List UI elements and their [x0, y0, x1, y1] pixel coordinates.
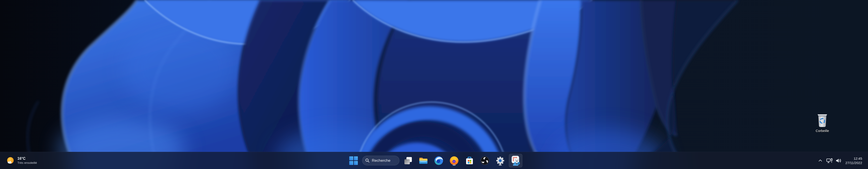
recycle-bin-label: Corbeille: [815, 129, 829, 133]
task-view-button[interactable]: [401, 154, 415, 167]
search-box[interactable]: Recherche: [362, 156, 399, 165]
recycle-bin-desktop-icon[interactable]: Corbeille: [815, 114, 830, 133]
system-tray: 12:45 27/11/2022: [816, 152, 864, 169]
firefox-icon: [450, 156, 459, 165]
windows-logo-icon: [349, 156, 358, 165]
clock-time: 12:45: [845, 156, 862, 161]
edge-button[interactable]: [432, 154, 445, 167]
wallpaper-bloom: [0, 0, 868, 169]
task-view-icon: [404, 157, 412, 165]
clock[interactable]: 12:45 27/11/2022: [843, 156, 864, 165]
volume-icon: [836, 158, 841, 163]
weather-condition: Très ensoleillé: [18, 161, 37, 165]
start-button[interactable]: [347, 154, 360, 167]
tray-chevron-button[interactable]: [816, 155, 825, 167]
clock-date: 27/11/2022: [845, 161, 862, 165]
network-ethernet-icon: [827, 158, 833, 163]
tray-network-volume-button[interactable]: [825, 155, 843, 167]
weather-widget[interactable]: 16°C Très ensoleillé: [2, 152, 41, 169]
obs-studio-icon: [480, 156, 489, 165]
microsoft-edge-icon: [434, 156, 443, 165]
taskbar: 16°C Très ensoleillé Recherche: [0, 152, 868, 169]
weather-temp: 16°C: [18, 156, 37, 161]
chevron-up-icon: [818, 158, 823, 163]
microsoft-store-button[interactable]: [463, 154, 476, 167]
snipping-tool-button[interactable]: [509, 154, 522, 167]
recycle-bin-icon: [816, 114, 828, 128]
desktop: Corbeille 16°C Très ensoleillé: [0, 0, 868, 169]
file-explorer-icon: [419, 156, 428, 165]
firefox-button[interactable]: [447, 154, 461, 167]
file-explorer-button[interactable]: [416, 154, 430, 167]
search-label: Recherche: [372, 158, 391, 163]
obs-studio-button[interactable]: [478, 154, 492, 167]
taskbar-center: Recherche: [347, 152, 522, 169]
sunny-weather-icon: [6, 156, 15, 165]
microsoft-store-icon: [465, 156, 474, 165]
active-indicator: [513, 164, 518, 166]
running-indicator: [453, 165, 456, 166]
search-icon: [365, 158, 370, 163]
running-indicator: [499, 165, 502, 166]
settings-gear-icon: [496, 156, 505, 165]
settings-button[interactable]: [493, 154, 507, 167]
